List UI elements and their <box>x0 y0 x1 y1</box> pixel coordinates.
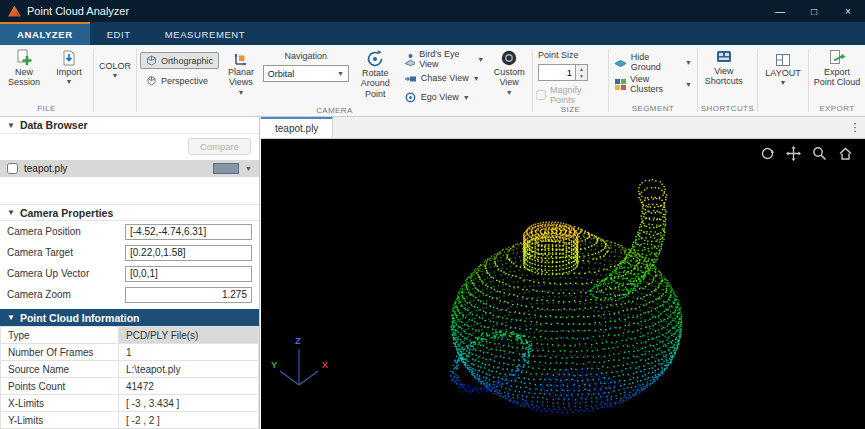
rotate-around-point-icon <box>365 49 385 68</box>
list-item-teapot[interactable]: teapot.ply ▼ <box>0 160 259 177</box>
navigation-control: Navigation Orbital ▼ <box>263 47 349 82</box>
ego-view-button[interactable]: Ego View ▼ <box>402 88 487 106</box>
ribbon-group-color: COLOR ▼ <box>94 45 136 116</box>
color-swatch[interactable] <box>213 163 239 174</box>
view-shortcuts-icon <box>715 49 733 66</box>
ribbon-group-size: Point Size ▲ ▼ Magnify Points SIZE <box>533 45 608 116</box>
color-button[interactable]: COLOR ▼ <box>97 47 133 79</box>
preset-views: Bird's Eye View ▼ Chase View ▼ <box>402 47 487 106</box>
planar-views-icon <box>232 49 250 67</box>
chevron-down-icon: ▼ <box>473 75 480 82</box>
x-axis-label: X <box>322 359 329 370</box>
window-title: Point Cloud Analyzer <box>27 5 129 17</box>
planar-views-button[interactable]: Planar Views ▼ <box>222 47 260 96</box>
navigation-dropdown[interactable]: Orbital ▼ <box>263 65 349 82</box>
custom-view-button[interactable]: Custom View ▼ <box>489 47 529 96</box>
viewport[interactable]: Z Y X <box>261 139 865 429</box>
table-row: Y-Limits [ -2 , 2 ] <box>1 412 259 429</box>
camera-zoom-input[interactable]: 1.275 <box>125 287 252 303</box>
titlebar: Point Cloud Analyzer — □ × <box>0 0 865 22</box>
birds-eye-view-button[interactable]: Bird's Eye View ▼ <box>402 50 487 68</box>
kebab-menu-icon[interactable]: ⋮ <box>845 117 865 138</box>
layout-button[interactable]: LAYOUT ▼ <box>761 47 805 86</box>
ribbon-group-layout: LAYOUT ▼ <box>758 45 808 116</box>
tab-measurement[interactable]: MEASUREMENT <box>148 22 263 45</box>
orbit-tool-icon[interactable] <box>760 146 775 161</box>
rotate-around-point-button[interactable]: Rotate Around Point <box>352 47 399 99</box>
z-axis-label: Z <box>295 335 301 346</box>
group-label-camera: CAMERA <box>140 106 529 116</box>
file-checkbox[interactable] <box>7 163 18 174</box>
orthographic-button[interactable]: Orthographic <box>140 52 219 69</box>
hide-ground-icon <box>614 56 627 69</box>
left-panel: ▼ Data Browser Compare teapot.ply ▼ ▼ Ca… <box>0 117 260 429</box>
document-tab-teapot[interactable]: teapot.ply <box>261 117 333 138</box>
table-row: Points Count 41472 <box>1 378 259 395</box>
group-label-file: FILE <box>3 104 90 116</box>
axes-triad: Z Y X <box>269 333 333 397</box>
view-clusters-icon <box>614 78 626 91</box>
chevron-down-icon: ▼ <box>780 79 787 86</box>
document-tabbar: teapot.ply ⋮ <box>261 117 865 139</box>
y-axis-label: Y <box>271 359 278 370</box>
point-size-input[interactable] <box>538 64 576 81</box>
spin-down-icon[interactable]: ▼ <box>576 73 587 81</box>
file-name: teapot.ply <box>24 163 207 174</box>
collapse-chevron-icon: ▼ <box>7 121 15 130</box>
import-icon <box>60 49 78 67</box>
data-browser-header[interactable]: ▼ Data Browser <box>0 117 259 134</box>
table-row: Source Name L:\teapot.ply <box>1 361 259 378</box>
magnify-points-checkbox[interactable] <box>536 90 546 100</box>
camera-up-vector-row: Camera Up Vector [0,0,1] <box>0 263 259 284</box>
minimize-button[interactable]: — <box>763 0 797 22</box>
group-label-export: EXPORT <box>812 104 862 116</box>
home-tool-icon[interactable] <box>838 146 853 161</box>
perspective-cube-icon <box>146 75 157 86</box>
chevron-down-icon[interactable]: ▼ <box>245 165 252 172</box>
point-cloud-information-header[interactable]: ▼ Point Cloud Information <box>0 309 259 326</box>
viewport-toolbar <box>760 146 853 161</box>
perspective-button[interactable]: Perspective <box>140 72 219 89</box>
tab-analyzer[interactable]: ANALYZER <box>0 22 90 45</box>
chase-view-button[interactable]: Chase View ▼ <box>402 69 487 87</box>
orthographic-cube-icon <box>146 55 157 66</box>
new-session-button[interactable]: New Session <box>3 47 45 88</box>
chevron-down-icon: ▼ <box>477 56 484 63</box>
pan-tool-icon[interactable] <box>786 146 801 161</box>
ribbon-group-camera: Orthographic Perspective Plana <box>137 45 532 116</box>
camera-properties-header[interactable]: ▼ Camera Properties <box>0 204 259 221</box>
app-logo-icon <box>8 6 21 17</box>
zoom-tool-icon[interactable] <box>812 146 827 161</box>
view-clusters-button[interactable]: View Clusters ▼ <box>612 75 694 93</box>
chevron-down-icon: ▼ <box>685 81 692 88</box>
group-label-shortcuts: SHORTCUTS <box>701 104 754 116</box>
camera-position-input[interactable]: [-4.52,-4.74,6.31] <box>125 224 252 240</box>
chevron-down-icon: ▼ <box>685 59 692 66</box>
hide-ground-button[interactable]: Hide Ground ▼ <box>612 53 694 71</box>
chevron-down-icon: ▼ <box>337 70 344 77</box>
camera-zoom-row: Camera Zoom 1.275 <box>0 284 259 305</box>
table-row: Number Of Frames 1 <box>1 344 259 361</box>
export-point-cloud-button[interactable]: Export Point Cloud <box>812 47 862 88</box>
ribbon: New Session Import ▼ FILE COLOR ▼ <box>0 45 865 117</box>
chevron-down-icon: ▼ <box>463 94 470 101</box>
ribbon-tabstrip: ANALYZER EDIT MEASUREMENT <box>0 22 865 45</box>
tab-edit[interactable]: EDIT <box>90 22 148 45</box>
magnify-points-checkbox-row: Magnify Points <box>536 85 605 105</box>
compare-button[interactable]: Compare <box>188 138 251 155</box>
group-label-segment: SEGMENT <box>612 104 694 116</box>
ribbon-group-file: New Session Import ▼ FILE <box>0 45 93 116</box>
table-row: Type PCD/PLY File(s) <box>1 327 259 344</box>
import-button[interactable]: Import ▼ <box>48 47 90 85</box>
window-controls: — □ × <box>763 0 865 22</box>
view-shortcuts-button[interactable]: View Shortcuts <box>701 47 747 87</box>
spin-up-icon[interactable]: ▲ <box>576 65 587 73</box>
camera-target-input[interactable]: [0.22,0,1.58] <box>125 245 252 261</box>
point-cloud-canvas[interactable] <box>261 139 865 429</box>
ribbon-group-segment: Hide Ground ▼ View Clusters ▼ SEGMENT <box>609 45 697 116</box>
layout-icon <box>775 53 791 68</box>
camera-position-row: Camera Position [-4.52,-4.74,6.31] <box>0 221 259 242</box>
close-button[interactable]: × <box>831 0 865 22</box>
camera-up-vector-input[interactable]: [0,0,1] <box>125 266 252 282</box>
maximize-button[interactable]: □ <box>797 0 831 22</box>
